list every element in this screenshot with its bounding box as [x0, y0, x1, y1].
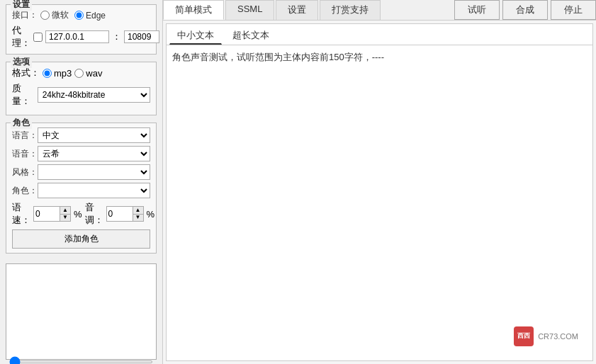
- speed-input[interactable]: [34, 207, 60, 221]
- main-textarea[interactable]: 角色声音测试，试听范围为主体内容前150字符，----: [172, 51, 587, 355]
- preview-range[interactable]: [9, 360, 153, 363]
- radio-microsoft[interactable]: 微软: [40, 9, 69, 21]
- role-section-title: 角色: [11, 117, 32, 129]
- speed-label: 语速：: [12, 201, 30, 227]
- proxy-ip-input[interactable]: [45, 30, 109, 43]
- settings-section: 设置 接口： 微软 Edge: [6, 4, 157, 55]
- preview-slider: [9, 355, 153, 358]
- style-row: 风格：: [12, 164, 150, 180]
- main-content: 设置 接口： 微软 Edge: [0, 0, 596, 364]
- speed-pitch-row: 语速： ▲ ▼ % 音调： ▲ ▼: [12, 201, 150, 227]
- language-select[interactable]: 中文 英文 日文 韩文: [38, 127, 150, 143]
- format-mp3-label: mp3: [54, 68, 72, 79]
- tab-support[interactable]: 打赏支持: [320, 0, 381, 20]
- role-select[interactable]: [38, 183, 150, 198]
- voice-select[interactable]: 云希 云扬 晓晓 晓伊: [38, 146, 150, 161]
- tab-group-left: 简单模式 SSML 设置 打赏支持: [163, 0, 382, 20]
- format-mp3[interactable]: mp3: [43, 68, 72, 79]
- watermark: 西西 CR73.COM: [514, 326, 578, 346]
- pitch-percent: %: [147, 209, 155, 220]
- speed-down-btn[interactable]: ▼: [60, 215, 70, 222]
- quality-label: 质量：: [12, 82, 35, 108]
- speed-up-btn[interactable]: ▲: [60, 207, 70, 215]
- proxy-port-input[interactable]: [124, 30, 159, 43]
- interface-radio-group: 微软 Edge: [40, 9, 106, 21]
- proxy-checkbox[interactable]: [33, 33, 43, 42]
- format-row: 格式： mp3 wav: [12, 67, 150, 79]
- watermark-site-text: CR73.COM: [538, 332, 578, 341]
- role-label: 角色：: [12, 185, 35, 197]
- role-row: 角色：: [12, 183, 150, 198]
- sub-tab-bar: 中小文本 超长文本: [167, 24, 592, 45]
- options-section-title: 选项: [11, 56, 32, 68]
- proxy-label: 代理：: [12, 24, 30, 50]
- pitch-up-btn[interactable]: ▲: [133, 207, 143, 215]
- voice-row: 语音： 云希 云扬 晓晓 晓伊: [12, 146, 150, 161]
- tab-ssml[interactable]: SSML: [225, 0, 274, 20]
- tab-settings[interactable]: 设置: [276, 0, 318, 20]
- radio-edge-input[interactable]: [74, 11, 84, 20]
- style-label: 风格：: [12, 166, 35, 178]
- quality-row: 质量： 24khz-48kbitrate 16khz-32kbitrate 8k…: [12, 82, 150, 108]
- speed-spin-buttons: ▲ ▼: [60, 207, 70, 221]
- interface-row: 接口： 微软 Edge: [12, 9, 150, 21]
- pitch-down-btn[interactable]: ▼: [133, 215, 143, 222]
- radio-edge[interactable]: Edge: [74, 11, 106, 21]
- app-window: 设置 接口： 微软 Edge: [0, 0, 596, 364]
- sub-tab-short[interactable]: 中小文本: [169, 27, 222, 45]
- tab-bar: 简单模式 SSML 设置 打赏支持 试听 合成 停止: [163, 0, 596, 21]
- language-label: 语言：: [12, 130, 35, 142]
- sub-tab-long[interactable]: 超长文本: [225, 27, 277, 45]
- tab-group-right: 试听 合成 停止: [451, 0, 596, 20]
- voice-label: 语音：: [12, 148, 35, 160]
- options-section: 选项 格式： mp3 wav 质量：: [6, 62, 157, 115]
- format-wav-label: wav: [86, 68, 102, 79]
- format-label: 格式：: [12, 67, 40, 79]
- format-mp3-input[interactable]: [43, 69, 52, 78]
- preview-box: [6, 263, 157, 360]
- radio-microsoft-input[interactable]: [40, 11, 50, 20]
- left-panel: 设置 接口： 微软 Edge: [0, 0, 163, 364]
- format-wav[interactable]: wav: [74, 68, 102, 79]
- proxy-colon: ：: [112, 30, 121, 43]
- quality-select[interactable]: 24khz-48kbitrate 16khz-32kbitrate 8khz-8…: [38, 87, 150, 103]
- settings-section-title: 设置: [11, 0, 32, 11]
- role-section: 角色 语言： 中文 英文 日文 韩文 语音： 云希 云扬: [6, 123, 157, 254]
- watermark-logo-text: 西西: [517, 333, 530, 340]
- right-panel: 简单模式 SSML 设置 打赏支持 试听 合成 停止: [163, 0, 596, 364]
- text-area-wrapper: 角色声音测试，试听范围为主体内容前150字符，---- 西西 CR73.COM: [167, 45, 592, 360]
- proxy-row: 代理： ：: [12, 24, 150, 50]
- synthesize-button[interactable]: 合成: [502, 0, 548, 20]
- language-row: 语言： 中文 英文 日文 韩文: [12, 127, 150, 143]
- style-select[interactable]: [38, 164, 150, 180]
- radio-edge-label: Edge: [86, 11, 106, 21]
- pitch-input-wrapper: ▲ ▼: [106, 206, 144, 222]
- pitch-label: 音调：: [85, 201, 103, 227]
- radio-microsoft-label: 微软: [52, 9, 69, 21]
- interface-label: 接口：: [12, 9, 38, 21]
- stop-button[interactable]: 停止: [551, 0, 596, 20]
- format-wav-input[interactable]: [74, 69, 84, 78]
- watermark-logo-icon: 西西: [514, 326, 534, 346]
- tab-simple-mode[interactable]: 简单模式: [163, 0, 224, 20]
- speed-percent: %: [74, 209, 82, 220]
- tab-content: 中小文本 超长文本 角色声音测试，试听范围为主体内容前150字符，---- 西西…: [166, 23, 593, 361]
- pitch-spin-buttons: ▲ ▼: [133, 207, 143, 221]
- add-role-button[interactable]: 添加角色: [12, 229, 150, 249]
- speed-input-wrapper: ▲ ▼: [33, 206, 71, 222]
- listen-button[interactable]: 试听: [454, 0, 500, 20]
- pitch-input[interactable]: [107, 207, 133, 221]
